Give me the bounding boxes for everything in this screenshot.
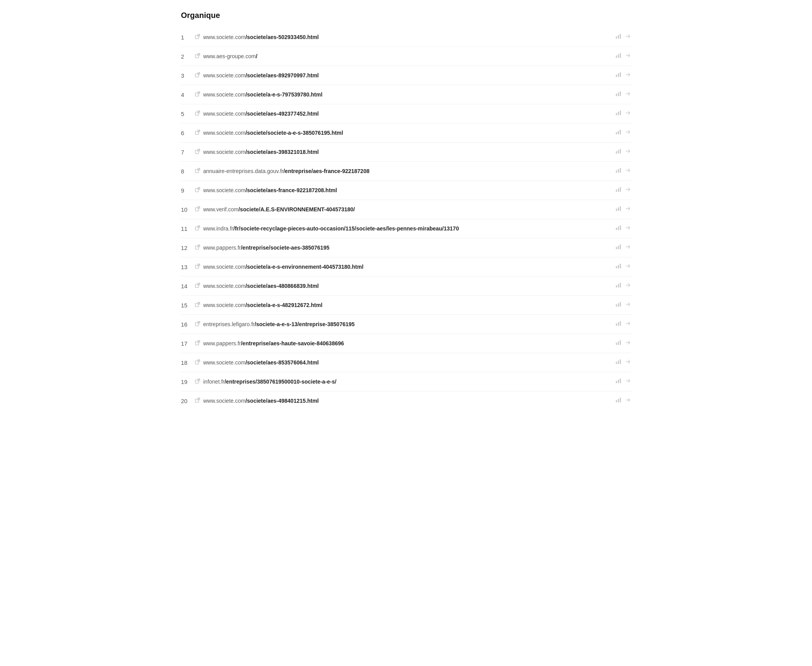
svg-rect-99 <box>620 398 621 402</box>
chart-icon[interactable] <box>615 263 622 271</box>
svg-rect-8 <box>618 54 619 58</box>
chart-icon[interactable] <box>615 167 622 175</box>
navigate-arrow-icon[interactable] <box>625 33 631 41</box>
url-text[interactable]: infonet.fr/entreprises/38507619500010-so… <box>203 379 611 385</box>
navigate-arrow-icon[interactable] <box>625 359 631 366</box>
result-item: 7 www.societe.com/societe/aes-398321018.… <box>181 143 631 162</box>
rank-number: 18 <box>181 359 195 366</box>
navigate-arrow-icon[interactable] <box>625 129 631 137</box>
chart-icon[interactable] <box>615 110 622 118</box>
svg-rect-94 <box>620 379 621 383</box>
navigate-arrow-icon[interactable] <box>625 282 631 290</box>
navigate-arrow-icon[interactable] <box>625 225 631 232</box>
url-text[interactable]: www.aes-groupe.com/ <box>203 53 611 59</box>
chart-icon[interactable] <box>615 205 622 213</box>
chart-icon[interactable] <box>615 359 622 366</box>
svg-rect-74 <box>620 302 621 307</box>
svg-rect-19 <box>620 91 621 96</box>
navigate-arrow-icon[interactable] <box>625 186 631 194</box>
navigate-arrow-icon[interactable] <box>625 148 631 156</box>
chart-icon[interactable] <box>615 244 622 252</box>
action-buttons <box>615 320 631 328</box>
action-buttons <box>615 339 631 347</box>
url-text[interactable]: www.verif.com/societe/A.E.S-ENVIRONNEMEN… <box>203 206 611 212</box>
url-text[interactable]: www.societe.com/societe/aes-france-92218… <box>203 187 611 193</box>
chart-icon[interactable] <box>615 282 622 290</box>
navigate-arrow-icon[interactable] <box>625 91 631 98</box>
result-item: 13 www.societe.com/societe/a-e-s-environ… <box>181 257 631 277</box>
chart-icon[interactable] <box>615 129 622 137</box>
rank-number: 8 <box>181 168 195 175</box>
chart-icon[interactable] <box>615 148 622 156</box>
url-text[interactable]: www.societe.com/societe/societe-a-e-s-38… <box>203 130 611 136</box>
url-text[interactable]: www.societe.com/societe/a-e-s-482912672.… <box>203 302 611 308</box>
chart-icon[interactable] <box>615 378 622 386</box>
url-text[interactable]: annuaire-entreprises.data.gouv.fr/entrep… <box>203 168 611 174</box>
svg-rect-89 <box>620 359 621 364</box>
chart-icon[interactable] <box>615 301 622 309</box>
navigate-arrow-icon[interactable] <box>625 205 631 213</box>
navigate-arrow-icon[interactable] <box>625 244 631 252</box>
svg-rect-32 <box>616 151 617 154</box>
chart-icon[interactable] <box>615 33 622 41</box>
result-item: 11 www.indra.fr/fr/societe-recyclage-pie… <box>181 219 631 238</box>
rank-number: 6 <box>181 130 195 136</box>
chart-icon[interactable] <box>615 52 622 60</box>
url-text[interactable]: www.pappers.fr/entreprise/aes-haute-savo… <box>203 340 611 346</box>
navigate-arrow-icon[interactable] <box>625 301 631 309</box>
url-text[interactable]: www.societe.com/societe/a-e-s-797539780.… <box>203 91 611 98</box>
url-text[interactable]: www.societe.com/societe/aes-480866839.ht… <box>203 283 611 289</box>
url-text[interactable]: www.pappers.fr/entreprise/societe-aes-38… <box>203 245 611 251</box>
navigate-arrow-icon[interactable] <box>625 167 631 175</box>
url-text[interactable]: www.societe.com/societe/aes-502933450.ht… <box>203 34 611 40</box>
svg-rect-87 <box>616 362 617 364</box>
navigate-arrow-icon[interactable] <box>625 339 631 347</box>
chart-icon[interactable] <box>615 91 622 98</box>
rank-number: 10 <box>181 206 195 213</box>
url-text[interactable]: www.societe.com/societe/aes-498401215.ht… <box>203 398 611 404</box>
chart-icon[interactable] <box>615 186 622 194</box>
chart-icon[interactable] <box>615 320 622 328</box>
navigate-arrow-icon[interactable] <box>625 110 631 118</box>
action-buttons <box>615 91 631 98</box>
navigate-arrow-icon[interactable] <box>625 71 631 79</box>
svg-rect-58 <box>618 246 619 249</box>
action-buttons <box>615 244 631 252</box>
navigate-arrow-icon[interactable] <box>625 378 631 386</box>
chart-icon[interactable] <box>615 71 622 79</box>
action-buttons <box>615 167 631 175</box>
action-buttons <box>615 225 631 232</box>
url-text[interactable]: www.societe.com/societe/aes-398321018.ht… <box>203 149 611 155</box>
rank-number: 20 <box>181 398 195 404</box>
url-text[interactable]: entreprises.lefigaro.fr/societe-a-e-s-13… <box>203 321 611 327</box>
rank-number: 7 <box>181 149 195 155</box>
rank-number: 11 <box>181 225 195 232</box>
url-text[interactable]: www.societe.com/societe/aes-853576064.ht… <box>203 359 611 366</box>
action-buttons <box>615 397 631 405</box>
url-text[interactable]: www.societe.com/societe/aes-492377452.ht… <box>203 111 611 117</box>
svg-rect-82 <box>616 343 617 345</box>
result-item: 12 www.pappers.fr/entreprise/societe-aes… <box>181 238 631 257</box>
svg-rect-23 <box>618 112 619 115</box>
svg-rect-78 <box>618 322 619 326</box>
url-text[interactable]: www.societe.com/societe/aes-892970997.ht… <box>203 72 611 79</box>
rank-number: 19 <box>181 379 195 385</box>
navigate-arrow-icon[interactable] <box>625 263 631 271</box>
rank-number: 1 <box>181 34 195 41</box>
chart-icon[interactable] <box>615 397 622 405</box>
chart-icon[interactable] <box>615 225 622 232</box>
result-item: 16 entreprises.lefigaro.fr/societe-a-e-s… <box>181 315 631 334</box>
navigate-arrow-icon[interactable] <box>625 397 631 405</box>
url-text[interactable]: www.indra.fr/fr/societe-recyclage-pieces… <box>203 225 611 232</box>
external-link-icon <box>195 53 200 59</box>
result-item: 14 www.societe.com/societe/aes-480866839… <box>181 277 631 296</box>
chart-icon[interactable] <box>615 339 622 347</box>
url-text[interactable]: www.societe.com/societe/a-e-s-environnem… <box>203 264 611 270</box>
svg-rect-3 <box>618 35 619 39</box>
section-title: Organique <box>181 11 631 20</box>
svg-rect-67 <box>616 285 617 287</box>
result-item: 6 www.societe.com/societe/societe-a-e-s-… <box>181 123 631 143</box>
navigate-arrow-icon[interactable] <box>625 52 631 60</box>
result-item: 15 www.societe.com/societe/a-e-s-4829126… <box>181 296 631 315</box>
navigate-arrow-icon[interactable] <box>625 320 631 328</box>
